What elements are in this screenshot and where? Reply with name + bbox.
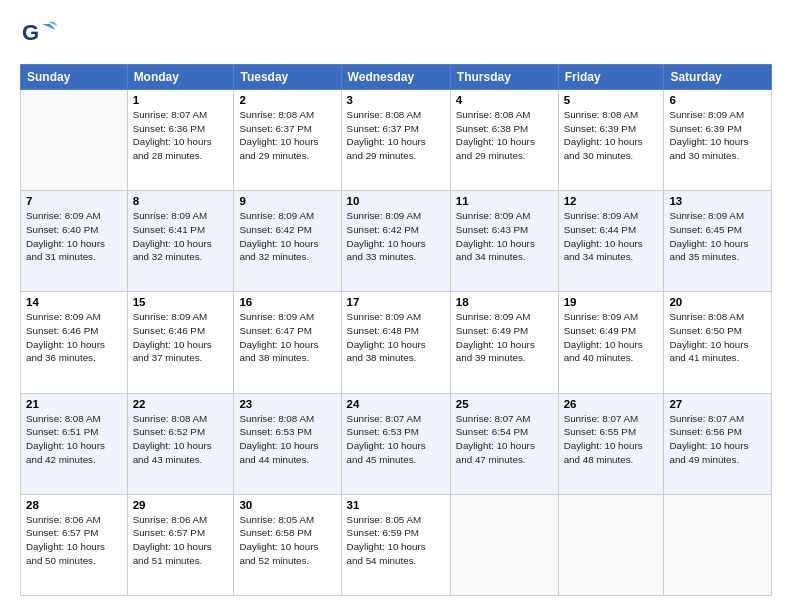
day-number: 17 [347,296,445,308]
calendar-cell [558,494,664,595]
calendar-cell: 9Sunrise: 8:09 AM Sunset: 6:42 PM Daylig… [234,191,341,292]
calendar-cell: 3Sunrise: 8:08 AM Sunset: 6:37 PM Daylig… [341,90,450,191]
day-number: 18 [456,296,553,308]
calendar-cell: 29Sunrise: 8:06 AM Sunset: 6:57 PM Dayli… [127,494,234,595]
dow-header: Monday [127,65,234,90]
calendar-cell [450,494,558,595]
day-info: Sunrise: 8:06 AM Sunset: 6:57 PM Dayligh… [133,513,229,568]
day-number: 15 [133,296,229,308]
logo: G [20,16,62,54]
day-info: Sunrise: 8:06 AM Sunset: 6:57 PM Dayligh… [26,513,122,568]
day-info: Sunrise: 8:08 AM Sunset: 6:50 PM Dayligh… [669,310,766,365]
dow-header: Sunday [21,65,128,90]
calendar-cell [21,90,128,191]
day-info: Sunrise: 8:08 AM Sunset: 6:37 PM Dayligh… [347,108,445,163]
calendar-cell: 19Sunrise: 8:09 AM Sunset: 6:49 PM Dayli… [558,292,664,393]
calendar-cell: 21Sunrise: 8:08 AM Sunset: 6:51 PM Dayli… [21,393,128,494]
day-info: Sunrise: 8:09 AM Sunset: 6:46 PM Dayligh… [26,310,122,365]
calendar-cell: 4Sunrise: 8:08 AM Sunset: 6:38 PM Daylig… [450,90,558,191]
day-number: 11 [456,195,553,207]
calendar-cell: 13Sunrise: 8:09 AM Sunset: 6:45 PM Dayli… [664,191,772,292]
calendar-cell [664,494,772,595]
day-number: 28 [26,499,122,511]
day-number: 21 [26,398,122,410]
day-info: Sunrise: 8:09 AM Sunset: 6:49 PM Dayligh… [564,310,659,365]
day-info: Sunrise: 8:09 AM Sunset: 6:42 PM Dayligh… [239,209,335,264]
day-info: Sunrise: 8:08 AM Sunset: 6:52 PM Dayligh… [133,412,229,467]
day-info: Sunrise: 8:07 AM Sunset: 6:54 PM Dayligh… [456,412,553,467]
calendar-cell: 26Sunrise: 8:07 AM Sunset: 6:55 PM Dayli… [558,393,664,494]
header: G [20,16,772,54]
calendar-cell: 20Sunrise: 8:08 AM Sunset: 6:50 PM Dayli… [664,292,772,393]
day-number: 19 [564,296,659,308]
day-info: Sunrise: 8:09 AM Sunset: 6:47 PM Dayligh… [239,310,335,365]
day-info: Sunrise: 8:07 AM Sunset: 6:36 PM Dayligh… [133,108,229,163]
day-info: Sunrise: 8:08 AM Sunset: 6:51 PM Dayligh… [26,412,122,467]
day-number: 25 [456,398,553,410]
dow-header: Saturday [664,65,772,90]
calendar-cell: 12Sunrise: 8:09 AM Sunset: 6:44 PM Dayli… [558,191,664,292]
calendar-cell: 22Sunrise: 8:08 AM Sunset: 6:52 PM Dayli… [127,393,234,494]
calendar-cell: 17Sunrise: 8:09 AM Sunset: 6:48 PM Dayli… [341,292,450,393]
day-info: Sunrise: 8:07 AM Sunset: 6:56 PM Dayligh… [669,412,766,467]
calendar-cell: 23Sunrise: 8:08 AM Sunset: 6:53 PM Dayli… [234,393,341,494]
day-info: Sunrise: 8:09 AM Sunset: 6:40 PM Dayligh… [26,209,122,264]
calendar-cell: 28Sunrise: 8:06 AM Sunset: 6:57 PM Dayli… [21,494,128,595]
day-number: 13 [669,195,766,207]
day-info: Sunrise: 8:09 AM Sunset: 6:46 PM Dayligh… [133,310,229,365]
svg-marker-1 [42,24,56,30]
calendar-cell: 18Sunrise: 8:09 AM Sunset: 6:49 PM Dayli… [450,292,558,393]
day-number: 1 [133,94,229,106]
day-number: 22 [133,398,229,410]
calendar-cell: 2Sunrise: 8:08 AM Sunset: 6:37 PM Daylig… [234,90,341,191]
day-number: 3 [347,94,445,106]
calendar-cell: 7Sunrise: 8:09 AM Sunset: 6:40 PM Daylig… [21,191,128,292]
dow-header: Thursday [450,65,558,90]
day-number: 9 [239,195,335,207]
calendar-cell: 10Sunrise: 8:09 AM Sunset: 6:42 PM Dayli… [341,191,450,292]
day-info: Sunrise: 8:09 AM Sunset: 6:39 PM Dayligh… [669,108,766,163]
day-number: 29 [133,499,229,511]
day-info: Sunrise: 8:09 AM Sunset: 6:42 PM Dayligh… [347,209,445,264]
day-number: 24 [347,398,445,410]
calendar-cell: 24Sunrise: 8:07 AM Sunset: 6:53 PM Dayli… [341,393,450,494]
day-number: 27 [669,398,766,410]
calendar-cell: 8Sunrise: 8:09 AM Sunset: 6:41 PM Daylig… [127,191,234,292]
day-number: 12 [564,195,659,207]
calendar-cell: 27Sunrise: 8:07 AM Sunset: 6:56 PM Dayli… [664,393,772,494]
day-number: 10 [347,195,445,207]
day-info: Sunrise: 8:08 AM Sunset: 6:53 PM Dayligh… [239,412,335,467]
day-number: 20 [669,296,766,308]
calendar-cell: 25Sunrise: 8:07 AM Sunset: 6:54 PM Dayli… [450,393,558,494]
day-number: 26 [564,398,659,410]
day-number: 16 [239,296,335,308]
day-number: 8 [133,195,229,207]
calendar-cell: 16Sunrise: 8:09 AM Sunset: 6:47 PM Dayli… [234,292,341,393]
day-info: Sunrise: 8:08 AM Sunset: 6:38 PM Dayligh… [456,108,553,163]
day-number: 2 [239,94,335,106]
day-number: 23 [239,398,335,410]
day-info: Sunrise: 8:07 AM Sunset: 6:55 PM Dayligh… [564,412,659,467]
day-info: Sunrise: 8:05 AM Sunset: 6:59 PM Dayligh… [347,513,445,568]
day-number: 5 [564,94,659,106]
calendar-cell: 6Sunrise: 8:09 AM Sunset: 6:39 PM Daylig… [664,90,772,191]
day-number: 14 [26,296,122,308]
day-number: 30 [239,499,335,511]
calendar: SundayMondayTuesdayWednesdayThursdayFrid… [20,64,772,596]
day-number: 31 [347,499,445,511]
calendar-cell: 1Sunrise: 8:07 AM Sunset: 6:36 PM Daylig… [127,90,234,191]
day-number: 7 [26,195,122,207]
day-info: Sunrise: 8:09 AM Sunset: 6:44 PM Dayligh… [564,209,659,264]
day-number: 4 [456,94,553,106]
calendar-cell: 15Sunrise: 8:09 AM Sunset: 6:46 PM Dayli… [127,292,234,393]
calendar-cell: 14Sunrise: 8:09 AM Sunset: 6:46 PM Dayli… [21,292,128,393]
day-info: Sunrise: 8:07 AM Sunset: 6:53 PM Dayligh… [347,412,445,467]
day-number: 6 [669,94,766,106]
svg-text:G: G [22,20,39,45]
calendar-cell: 30Sunrise: 8:05 AM Sunset: 6:58 PM Dayli… [234,494,341,595]
day-info: Sunrise: 8:09 AM Sunset: 6:48 PM Dayligh… [347,310,445,365]
calendar-cell: 31Sunrise: 8:05 AM Sunset: 6:59 PM Dayli… [341,494,450,595]
calendar-cell: 11Sunrise: 8:09 AM Sunset: 6:43 PM Dayli… [450,191,558,292]
day-info: Sunrise: 8:09 AM Sunset: 6:43 PM Dayligh… [456,209,553,264]
day-info: Sunrise: 8:05 AM Sunset: 6:58 PM Dayligh… [239,513,335,568]
